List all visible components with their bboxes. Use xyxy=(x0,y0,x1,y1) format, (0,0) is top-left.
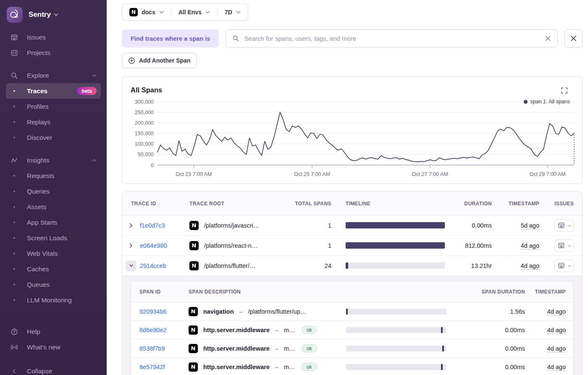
span-id-link[interactable]: 8538f7b9 xyxy=(139,345,165,352)
org-switcher[interactable]: Sentry xyxy=(29,10,58,19)
sidebar-item-explore[interactable]: Explore xyxy=(6,68,101,83)
span-op-name: http.server.middleware xyxy=(203,327,270,333)
span-timeline-cell xyxy=(336,364,458,370)
chart-title: All Spans xyxy=(131,86,162,94)
span-duration-value: 1.56s xyxy=(458,308,525,315)
issues-button[interactable]: – xyxy=(554,239,574,252)
remove-span-filter-button[interactable] xyxy=(564,29,583,47)
bullet-dot xyxy=(10,253,18,254)
date-range-selector[interactable]: 7D xyxy=(218,9,248,16)
sidebar-item-replays[interactable]: Replays xyxy=(6,114,101,130)
expand-row-button[interactable] xyxy=(122,243,140,249)
span-timeline-bar xyxy=(346,346,446,351)
insights-icon xyxy=(10,157,18,164)
issues-button[interactable]: – xyxy=(554,260,574,272)
timestamp-value[interactable]: 4d ago xyxy=(547,364,566,371)
beta-badge: beta xyxy=(77,87,97,95)
span-id-link[interactable]: 8e57942f xyxy=(139,364,165,370)
project-selector[interactable]: N docs xyxy=(122,8,171,16)
sidebar-item-insights[interactable]: Insights xyxy=(6,152,101,168)
sidebar-item-what-s-new[interactable]: What's new xyxy=(6,339,101,355)
timestamp-value[interactable]: 4d ago xyxy=(521,242,539,249)
svg-text:200,000: 200,000 xyxy=(135,120,154,126)
trace-id-link[interactable]: f1e0d7c3 xyxy=(140,222,189,229)
sidebar-item-assets[interactable]: Assets xyxy=(6,199,101,215)
span-status-badge: ok xyxy=(302,344,317,352)
timeline-cell xyxy=(332,242,458,249)
bullet-dot xyxy=(10,90,18,92)
sidebar-item-queries[interactable]: Queries xyxy=(6,184,101,199)
expand-chart-button[interactable] xyxy=(561,87,568,94)
chevron-down-icon xyxy=(159,10,164,14)
span-timeline-marker xyxy=(442,346,444,351)
collapse-button[interactable]: Collapse xyxy=(6,363,101,375)
sidebar-item-help[interactable]: Help xyxy=(6,324,101,339)
svg-text:Oct 29 7:00 AM: Oct 29 7:00 AM xyxy=(529,171,565,177)
find-traces-label[interactable]: Find traces where a span is xyxy=(122,29,219,47)
separator-dash: – xyxy=(275,364,278,370)
sidebar-item-caches[interactable]: Caches xyxy=(6,261,101,277)
sidebar-item-queues[interactable]: Queues xyxy=(6,277,101,292)
timestamp-value[interactable]: 4d ago xyxy=(521,262,539,270)
legend-item-span1[interactable]: span 1: All spans xyxy=(524,99,570,105)
nextjs-platform-icon: N xyxy=(189,221,199,230)
clear-search-icon[interactable] xyxy=(545,35,551,42)
timestamp-value[interactable]: 4d ago xyxy=(547,308,566,315)
brand-row: Sentry xyxy=(0,5,107,29)
span-id-link[interactable]: 920934b6 xyxy=(139,308,167,315)
separator-dash: – xyxy=(239,308,243,315)
issues-icon xyxy=(558,242,565,249)
sentry-logo[interactable] xyxy=(7,7,23,23)
table-row-trace-e064e980: e064e980N/platforms/react-n…1812.00ms4d … xyxy=(122,236,582,256)
bullet-dot xyxy=(10,121,18,123)
issues-icon xyxy=(10,34,18,41)
add-another-span-button[interactable]: Add Another Span xyxy=(122,53,197,68)
all-spans-chart-card: All Spans span 1: All spans 050,000100,0… xyxy=(122,76,583,184)
sidebar-item-llm-monitoring[interactable]: LLM Monitoring xyxy=(6,292,101,308)
svg-text:0: 0 xyxy=(151,163,154,168)
chevron-left-icon xyxy=(10,368,18,374)
sidebar-item-label: Help xyxy=(27,328,97,336)
total-spans-value: 24 xyxy=(294,262,332,269)
timestamp-value[interactable]: 4d ago xyxy=(547,345,566,352)
timestamp-value[interactable]: 4d ago xyxy=(547,327,566,334)
timeline-bar xyxy=(346,222,445,228)
bullet-dot xyxy=(10,106,18,108)
span-id-link[interactable]: 8d6e90e2 xyxy=(139,327,167,333)
traces-table-body: f1e0d7c3N/platforms/javascri…10.00ms5d a… xyxy=(122,215,582,375)
trace-id-link[interactable]: e064e980 xyxy=(140,242,189,249)
chevron-right-icon xyxy=(128,223,134,228)
sidebar-item-traces[interactable]: Tracesbeta xyxy=(6,83,101,99)
search-input[interactable] xyxy=(244,35,540,42)
sidebar-item-projects[interactable]: Projects xyxy=(6,45,101,60)
timestamp-value[interactable]: 5d ago xyxy=(521,222,539,229)
sidebar-item-label: LLM Monitoring xyxy=(27,296,97,304)
sentry-spiral-icon xyxy=(10,10,20,20)
sidebar-collapse-nav: Collapse xyxy=(0,363,107,375)
duration-value: 812.00ms xyxy=(458,242,500,249)
sidebar-item-label: Queues xyxy=(27,281,97,288)
sidebar-item-web-vitals[interactable]: Web Vitals xyxy=(6,246,101,261)
sidebar-item-label: Replays xyxy=(27,118,97,126)
issues-button[interactable]: – xyxy=(554,219,574,232)
sidebar-item-discover[interactable]: Discover xyxy=(6,130,101,145)
nextjs-platform-icon: N xyxy=(189,325,198,335)
bullet-dot xyxy=(10,284,18,286)
expand-row-button[interactable] xyxy=(122,223,140,228)
timeline-bar xyxy=(346,262,445,269)
sidebar-item-issues[interactable]: Issues xyxy=(6,29,101,45)
span-id-cell: 8e57942f xyxy=(131,364,181,370)
svg-text:150,000: 150,000 xyxy=(135,131,154,136)
close-icon xyxy=(570,35,577,42)
sidebar-item-profiles[interactable]: Profiles xyxy=(6,99,101,114)
sidebar-item-screen-loads[interactable]: Screen Loads xyxy=(6,230,101,246)
search-box xyxy=(226,29,558,47)
col-header-duration: DURATION xyxy=(458,201,500,207)
expand-row-button[interactable] xyxy=(122,260,140,271)
environment-selector[interactable]: All Envs xyxy=(171,9,217,16)
trace-id-link[interactable]: 2914cceb xyxy=(140,262,189,269)
sidebar-item-requests[interactable]: Requests xyxy=(6,168,101,184)
sidebar-item-app-starts[interactable]: App Starts xyxy=(6,215,101,230)
timeline-cell xyxy=(332,262,458,269)
projects-icon xyxy=(10,49,18,57)
